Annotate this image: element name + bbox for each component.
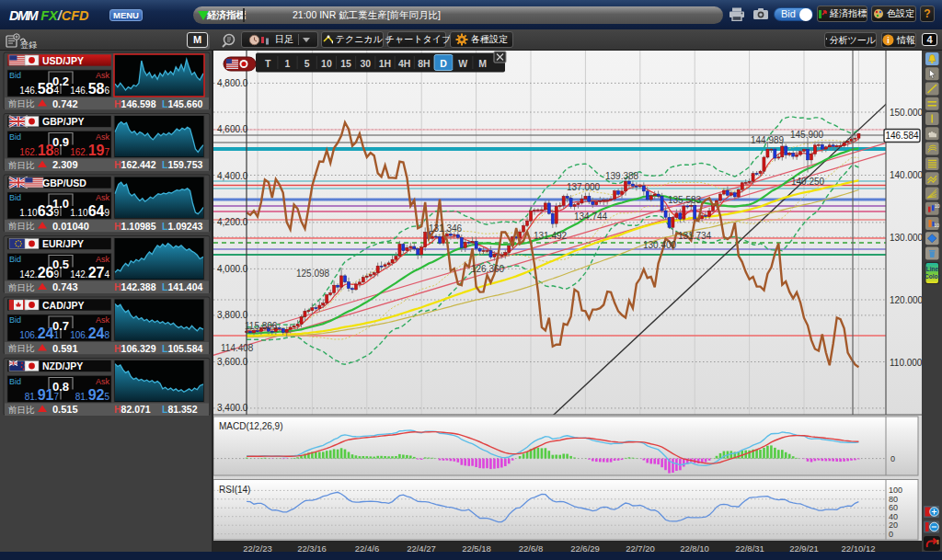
svg-text:4,600.0: 4,600.0: [217, 124, 248, 134]
svg-text:0.743: 0.743: [52, 281, 78, 292]
svg-text:145.900: 145.900: [790, 130, 824, 140]
svg-text:CAD/JPY: CAD/JPY: [42, 300, 85, 311]
svg-text:前日比: 前日比: [8, 343, 35, 353]
svg-text:Color: Color: [925, 273, 940, 280]
svg-text:D: D: [440, 58, 447, 69]
svg-text:130.000: 130.000: [890, 233, 922, 243]
svg-text:0.742: 0.742: [52, 98, 78, 109]
svg-text:3,800.0: 3,800.0: [217, 310, 248, 320]
svg-text:RSI(14): RSI(14): [219, 485, 250, 495]
svg-text:0.01040: 0.01040: [52, 221, 89, 232]
svg-text:1H: 1H: [379, 58, 391, 69]
svg-text:H142.388: H142.388: [114, 281, 156, 292]
svg-text:Ask: Ask: [96, 132, 110, 142]
svg-text:T: T: [265, 58, 271, 69]
svg-text:10: 10: [935, 223, 940, 228]
svg-text:131.734: 131.734: [678, 231, 712, 241]
svg-text:0.591: 0.591: [52, 343, 78, 354]
svg-text:GBP/USD: GBP/USD: [42, 177, 86, 189]
svg-text:H1.10985: H1.10985: [114, 221, 156, 232]
svg-text:131.346: 131.346: [429, 223, 463, 234]
svg-text:NZD/JPY: NZD/JPY: [42, 360, 83, 371]
svg-text:4,800.0: 4,800.0: [217, 78, 248, 88]
svg-text:131.492: 131.492: [534, 231, 568, 241]
svg-text:115.806: 115.806: [245, 321, 278, 331]
svg-text:120.000: 120.000: [890, 295, 922, 305]
svg-text:4,200.0: 4,200.0: [217, 217, 248, 227]
svg-text:Bid: Bid: [9, 193, 21, 202]
svg-text:135.583: 135.583: [668, 195, 702, 205]
svg-text:M: M: [478, 58, 487, 69]
svg-text:前日比: 前日比: [8, 221, 35, 231]
svg-text:H106.329: H106.329: [114, 343, 156, 354]
svg-text:15: 15: [340, 58, 351, 69]
svg-text:Ask: Ask: [96, 71, 110, 80]
svg-text:MACD(12,26,9): MACD(12,26,9): [219, 421, 282, 431]
svg-text:1: 1: [285, 58, 291, 69]
svg-text:2.309: 2.309: [52, 159, 78, 170]
svg-text:Ask: Ask: [96, 377, 110, 386]
svg-text:L1.09243: L1.09243: [162, 221, 203, 232]
svg-text:134.744: 134.744: [574, 211, 608, 222]
svg-text:10: 10: [321, 58, 332, 69]
svg-text:Bid: Bid: [9, 71, 21, 80]
svg-text:GBP/JPY: GBP/JPY: [42, 116, 85, 127]
svg-text:L81.352: L81.352: [162, 404, 198, 415]
svg-text:10: 10: [935, 203, 940, 209]
svg-text:110.000: 110.000: [890, 358, 922, 368]
svg-text:3,400.0: 3,400.0: [217, 403, 248, 413]
svg-text:140.000: 140.000: [890, 170, 922, 180]
svg-text:L145.660: L145.660: [162, 98, 203, 109]
svg-text:H146.598: H146.598: [114, 98, 156, 109]
svg-text:W: W: [458, 58, 467, 69]
svg-text:4,000.0: 4,000.0: [217, 264, 248, 274]
svg-text:EUR/JPY: EUR/JPY: [42, 238, 84, 249]
svg-text:USD/JPY: USD/JPY: [42, 55, 84, 66]
svg-text:H162.442: H162.442: [114, 159, 156, 170]
svg-text:150.000: 150.000: [890, 108, 922, 118]
svg-text:3,600.0: 3,600.0: [217, 357, 248, 367]
svg-text:5: 5: [304, 58, 310, 69]
svg-text:146.584: 146.584: [885, 131, 919, 141]
svg-text:前日比: 前日比: [8, 98, 35, 109]
svg-text:L159.753: L159.753: [162, 159, 203, 170]
svg-text:前日比: 前日比: [8, 160, 35, 170]
svg-text:30: 30: [360, 58, 371, 69]
svg-text:0.515: 0.515: [52, 404, 78, 415]
svg-text:125.098: 125.098: [296, 269, 330, 279]
svg-text:i: i: [887, 36, 890, 45]
svg-text:0: 0: [890, 454, 895, 463]
svg-text:Line: Line: [926, 266, 939, 272]
svg-text:Bid: Bid: [9, 377, 21, 386]
svg-text:前日比: 前日比: [8, 282, 35, 292]
svg-text:140.250: 140.250: [791, 177, 825, 187]
svg-text:80: 80: [889, 495, 898, 504]
svg-text:139.388: 139.388: [605, 171, 639, 181]
svg-text:Bid: Bid: [9, 315, 21, 325]
svg-text:8H: 8H: [418, 58, 430, 69]
svg-text:Ask: Ask: [96, 193, 110, 202]
svg-text:H82.071: H82.071: [114, 404, 151, 415]
svg-text:4,400.0: 4,400.0: [217, 171, 248, 181]
svg-text:L105.584: L105.584: [162, 343, 203, 354]
svg-text:Ask: Ask: [96, 315, 110, 325]
svg-text:40: 40: [889, 512, 898, 521]
svg-text:126.360: 126.360: [471, 264, 505, 274]
svg-text:L141.404: L141.404: [162, 281, 203, 292]
svg-text:137.000: 137.000: [567, 182, 601, 192]
svg-text:114.408: 114.408: [221, 343, 254, 353]
svg-text:4H: 4H: [398, 58, 410, 69]
svg-text:Bid: Bid: [9, 255, 21, 264]
svg-text:144.989: 144.989: [751, 135, 785, 145]
svg-text:Ask: Ask: [96, 255, 110, 264]
svg-text:Bid: Bid: [9, 132, 21, 142]
svg-text:0: 0: [889, 530, 893, 539]
svg-text:130.400: 130.400: [643, 240, 677, 250]
svg-text:前日比: 前日比: [8, 405, 35, 415]
